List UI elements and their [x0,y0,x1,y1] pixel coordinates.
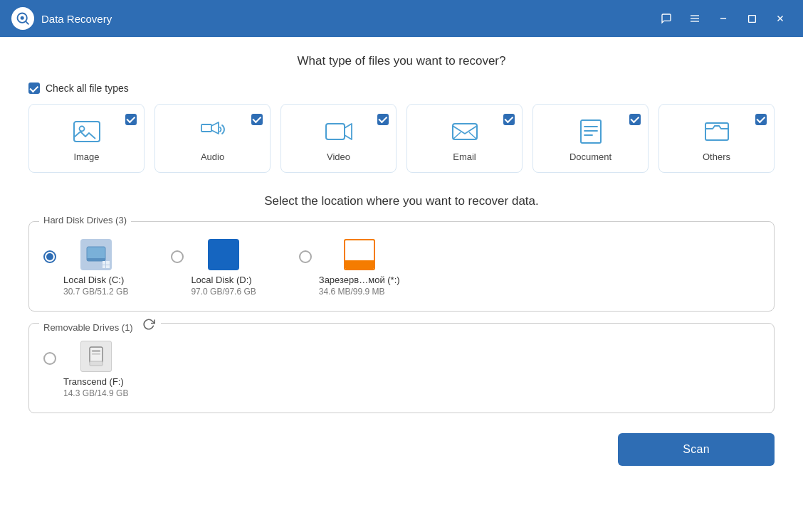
drive-reserved-icon [344,239,375,270]
audio-icon [199,119,227,144]
svg-point-2 [21,16,24,20]
check-all-checkbox[interactable] [28,83,40,94]
image-label: Image [73,151,99,162]
check-all-label[interactable]: Check all file types [46,83,129,94]
menu-button[interactable] [683,7,706,30]
drive-d-item[interactable]: Local Disk (D:) 97.0 GB/97.6 GB [171,239,256,297]
drive-f-info: Transcend (F:) 14.3 GB/14.9 GB [63,375,128,398]
drive-d-radio[interactable] [171,250,184,266]
svg-rect-27 [92,353,100,355]
svg-line-15 [453,132,461,139]
refresh-icon[interactable] [141,316,157,332]
scan-btn-row: Scan [28,425,775,469]
file-type-others[interactable]: Others [658,104,775,173]
close-button[interactable] [769,7,792,30]
removable-section: Removable Drives (1) [28,323,775,413]
drive-f-icon [80,341,112,372]
document-icon [577,119,605,144]
drive-reserved-name: Зарезерв…мой (*:) [319,275,400,285]
svg-point-11 [79,127,84,132]
check-all-row: Check all file types [28,83,775,94]
removable-drives-row: Transcend (F:) 14.3 GB/14.9 GB [43,335,760,398]
email-icon [451,119,479,144]
titlebar: Data Recovery [0,0,803,37]
audio-checkbox[interactable] [251,112,263,125]
image-checkbox[interactable] [125,112,137,125]
drive-c-name: Local Disk (C:) [63,275,128,285]
drive-c-size: 30.7 GB/51.2 GB [63,287,128,297]
drive-f-radio[interactable] [43,352,56,368]
chat-button[interactable] [655,7,678,30]
others-label: Others [703,151,730,162]
email-checkbox[interactable] [503,112,515,125]
svg-line-1 [26,21,28,24]
document-checkbox[interactable] [629,112,641,125]
file-type-video[interactable]: Video [280,104,397,173]
svg-rect-13 [326,124,345,139]
video-label: Video [327,151,350,162]
drive-d-icon [208,239,239,270]
video-icon [325,119,353,144]
file-type-question: What type of files you want to recover? [28,54,775,68]
drive-reserved-item[interactable]: Зарезерв…мой (*:) 34.6 MB/99.9 MB [299,239,400,297]
drive-reserved-radio[interactable] [299,250,312,266]
svg-line-16 [469,132,477,139]
svg-rect-12 [201,124,211,132]
maximize-button[interactable] [740,7,763,30]
svg-rect-17 [581,120,601,143]
minimize-button[interactable] [712,7,735,30]
window-controls [655,7,792,30]
svg-rect-14 [453,124,477,139]
drive-f-item[interactable]: Transcend (F:) 14.3 GB/14.9 GB [43,341,128,398]
svg-rect-10 [74,122,100,142]
drive-reserved-size: 34.6 MB/99.9 MB [319,287,400,297]
svg-rect-28 [90,361,103,366]
file-types-grid: Image Audio [28,104,775,173]
svg-rect-7 [748,15,755,22]
file-type-email[interactable]: Email [406,104,523,173]
drive-d-name: Local Disk (D:) [191,275,256,285]
others-icon [703,119,731,144]
drive-f-name: Transcend (F:) [63,376,128,387]
drive-f-size: 14.3 GB/14.9 GB [63,388,128,398]
audio-label: Audio [201,151,224,162]
hard-disk-label: Hard Disk Drives (3) [39,215,131,225]
email-label: Email [453,151,476,162]
drive-d-info: Local Disk (D:) 97.0 GB/97.6 GB [191,273,256,297]
others-checkbox[interactable] [755,112,767,125]
document-label: Document [570,151,612,162]
drive-c-icon [80,239,112,270]
video-checkbox[interactable] [377,112,389,125]
hard-disk-section: Hard Disk Drives (3) [28,221,775,312]
drive-c-radio[interactable] [43,250,56,266]
app-logo [11,7,34,30]
location-question: Select the location where you want to re… [28,194,775,208]
drive-c-info: Local Disk (C:) 30.7 GB/51.2 GB [63,273,128,297]
hard-disks-row: Local Disk (C:) 30.7 GB/51.2 GB Local Di… [43,233,760,297]
drive-d-size: 97.0 GB/97.6 GB [191,287,256,297]
drive-c-item[interactable]: Local Disk (C:) 30.7 GB/51.2 GB [43,239,128,297]
svg-rect-25 [90,347,103,363]
file-type-document[interactable]: Document [532,104,649,173]
app-title: Data Recovery [41,13,655,25]
image-icon [73,119,101,144]
file-type-audio[interactable]: Audio [154,104,271,173]
main-content: What type of files you want to recover? … [0,37,803,532]
removable-label: Removable Drives (1) [39,316,161,333]
scan-button[interactable]: Scan [618,433,775,466]
file-type-image[interactable]: Image [28,104,145,173]
drive-reserved-info: Зарезерв…мой (*:) 34.6 MB/99.9 MB [319,273,400,297]
svg-rect-26 [92,350,100,352]
